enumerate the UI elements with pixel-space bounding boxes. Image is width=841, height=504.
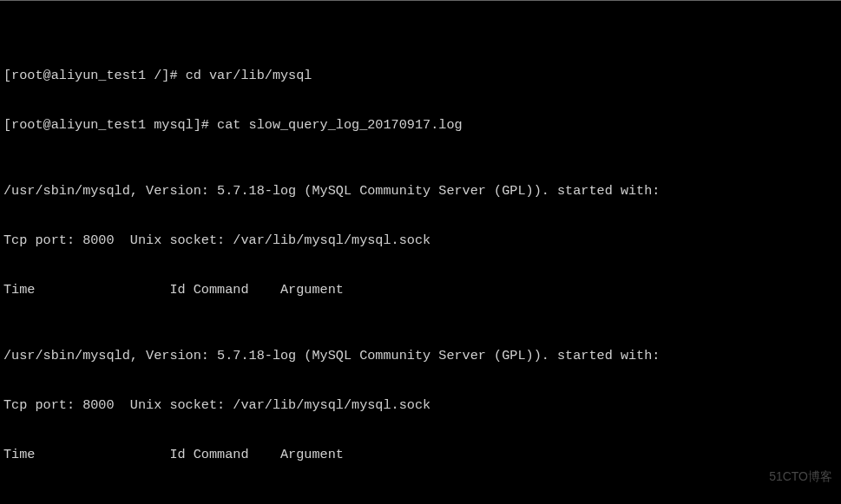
terminal-line: [root@aliyun_test1 mysql]# cat slow_quer… (3, 117, 838, 134)
log-header-mysqld: /usr/sbin/mysqld, Version: 5.7.18-log (M… (3, 348, 838, 364)
command-text: cat slow_query_log_20170917.log (217, 117, 463, 133)
log-header-mysqld: /usr/sbin/mysqld, Version: 5.7.18-log (M… (3, 183, 838, 200)
log-header-tcp: Tcp port: 8000 Unix socket: /var/lib/mys… (3, 397, 838, 414)
log-header-columns: Time Id Command Argument (3, 282, 838, 298)
terminal-window[interactable]: [root@aliyun_test1 /]# cd var/lib/mysql … (0, 0, 841, 504)
log-header-columns: Time Id Command Argument (3, 447, 838, 463)
window-top-border (0, 0, 841, 1)
watermark-text: 51CTO博客 (769, 468, 832, 485)
shell-prompt: [root@aliyun_test1 mysql]# (3, 117, 217, 133)
command-text: cd var/lib/mysql (186, 68, 312, 83)
shell-prompt: [root@aliyun_test1 /]# (3, 68, 186, 83)
terminal-line: [root@aliyun_test1 /]# cd var/lib/mysql (3, 68, 838, 84)
log-header-tcp: Tcp port: 8000 Unix socket: /var/lib/mys… (3, 232, 838, 249)
